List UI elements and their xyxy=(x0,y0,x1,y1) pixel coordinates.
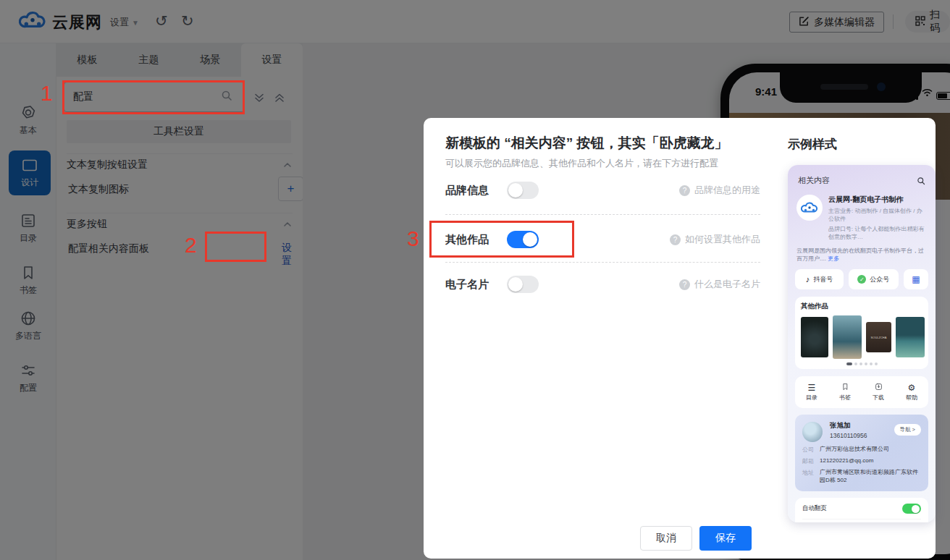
preview-title: 示例样式 xyxy=(788,136,837,153)
nav-label: 下载 xyxy=(862,394,895,402)
annotation-number-3: 3 xyxy=(407,226,419,251)
wechat-official-button[interactable]: ✓ 公众号 xyxy=(849,269,899,289)
brand-info-help-link[interactable]: ? 品牌信息的用途 xyxy=(679,184,760,197)
brand-logo-icon xyxy=(796,195,823,221)
nav-label: 书签 xyxy=(828,394,862,402)
douyin-icon: ♪ xyxy=(806,275,810,284)
nav-label: 帮助 xyxy=(895,394,928,402)
nav-catalog[interactable]: ☰ 目录 xyxy=(795,383,828,402)
preview-toggles-card: 自动翻页 翻页声音 背景音乐 xyxy=(795,498,928,522)
help-label: 什么是电子名片 xyxy=(694,278,760,291)
auto-flip-row: 自动翻页 xyxy=(802,499,921,519)
works-thumbnails: SOULZCHA xyxy=(801,315,922,359)
modal-title: 新模板的 “相关内容” 按钮，其实「卧虎藏龙」 xyxy=(445,134,728,153)
card-email-row: 邮箱 121220221@qq.com xyxy=(802,457,921,465)
help-icon: ? xyxy=(670,234,681,245)
annotation-box-3 xyxy=(429,221,574,258)
annotation-box-2 xyxy=(205,232,266,262)
nav-label: 目录 xyxy=(795,394,828,402)
help-label: 如何设置其他作品 xyxy=(685,233,760,246)
auto-flip-toggle[interactable] xyxy=(902,504,921,514)
help-label: 品牌信息的用途 xyxy=(694,184,760,197)
e-card-help-link[interactable]: ? 什么是电子名片 xyxy=(679,278,760,291)
field-value: 广州市黄埔区联和街道彩频路广东软件园D栋 502 xyxy=(820,469,921,485)
field-label: 公司 xyxy=(802,446,815,454)
qr-button[interactable]: ▦ xyxy=(904,269,928,289)
work-cover[interactable]: SOULZCHA xyxy=(866,322,891,352)
brand-name: 云展网-翻页电子书制作 xyxy=(828,195,927,205)
field-value: 121220221@qq.com xyxy=(820,457,873,465)
flip-sound-row: 翻页声音 xyxy=(802,519,921,522)
card-address-row: 地址 广州市黄埔区联和街道彩频路广东软件园D栋 502 xyxy=(802,469,921,485)
row-label: 电子名片 xyxy=(445,278,507,292)
help-icon: ? xyxy=(679,279,690,290)
business-card: 张旭加 13610110956 导航 > 公司 广州万彩信息技术有限公司 邮箱 … xyxy=(795,415,928,491)
row-label: 品牌信息 xyxy=(445,184,507,198)
brand-block: 云展网-翻页电子书制作 主营业务: 动画制作 / 自媒体创作 / 办公软件 品牌… xyxy=(795,195,928,241)
work-cover[interactable] xyxy=(801,317,828,357)
preview-nav-card: ☰ 目录 书签 下载 ⚙ 帮助 xyxy=(795,376,928,408)
card-company-row: 公司 广州万彩信息技术有限公司 xyxy=(802,446,921,454)
brand-desc: 云展网是国内领先的在线翻页电子书制作平台，过百万用户.... 更多 xyxy=(795,247,928,263)
modal-subtitle: 可以展示您的品牌信息、其他作品和个人名片，请在下方进行配置 xyxy=(445,157,718,170)
annotation-number-1: 1 xyxy=(41,81,53,106)
other-works-card: 其他作品 SOULZCHA xyxy=(795,297,928,369)
app-root: 云展网 设置 ▼ ↺ ↻ 多媒体编辑器 xyxy=(0,0,950,560)
more-link[interactable]: 更多 xyxy=(828,255,839,262)
list-icon: ☰ xyxy=(795,383,828,392)
field-label: 邮箱 xyxy=(802,457,815,465)
preview-header-label: 相关内容 xyxy=(798,175,830,186)
e-card-row: 电子名片 ? 什么是电子名片 xyxy=(445,268,760,300)
wechat-official-icon: ✓ xyxy=(857,275,866,284)
help-icon: ? xyxy=(679,185,690,196)
save-button[interactable]: 保存 xyxy=(699,526,752,551)
navigate-button[interactable]: 导航 > xyxy=(894,424,921,436)
cancel-button[interactable]: 取消 xyxy=(640,526,692,551)
brand-info-toggle[interactable] xyxy=(507,182,539,199)
related-content-modal: 新模板的 “相关内容” 按钮，其实「卧虎藏龙」 可以展示您的品牌信息、其他作品和… xyxy=(424,118,936,559)
gear-icon: ⚙ xyxy=(895,383,928,392)
divider xyxy=(445,214,760,215)
toggle-label: 自动翻页 xyxy=(802,504,827,513)
bookmark-icon xyxy=(828,383,862,392)
work-cover[interactable] xyxy=(833,315,862,359)
preview-header: 相关内容 xyxy=(795,174,928,187)
nav-bookmark[interactable]: 书签 xyxy=(828,383,862,402)
social-buttons: ♪ 抖音号 ✓ 公众号 ▦ xyxy=(795,269,928,289)
nav-help[interactable]: ⚙ 帮助 xyxy=(895,383,928,402)
social-label: 公众号 xyxy=(870,275,889,284)
social-label: 抖音号 xyxy=(813,275,833,284)
nav-download[interactable]: 下载 xyxy=(862,383,895,402)
brand-desc-text: 云展网是国内领先的在线翻页电子书制作平台，过百万用户.... xyxy=(796,247,924,262)
field-label: 地址 xyxy=(802,469,815,485)
brand-info-row: 品牌信息 ? 品牌信息的用途 xyxy=(445,174,760,206)
search-icon[interactable] xyxy=(917,177,925,185)
other-works-title: 其他作品 xyxy=(801,302,922,311)
avatar xyxy=(802,422,823,442)
work-cover[interactable] xyxy=(896,317,925,357)
divider xyxy=(445,262,760,263)
qr-code-icon: ▦ xyxy=(912,274,920,284)
e-card-toggle[interactable] xyxy=(507,276,539,293)
preview-card: 相关内容 云展网-翻页电子书制作 主营业务: 动画制作 / 自媒体创作 / 办公… xyxy=(788,165,936,522)
download-icon xyxy=(862,383,895,392)
brand-line1: 主营业务: 动画制作 / 自媒体创作 / 办公软件 xyxy=(828,207,927,223)
brand-line2: 品牌口号: 让每个人都能制作出精彩有创意的数字… xyxy=(828,225,927,241)
pagination-dots[interactable] xyxy=(801,362,922,365)
annotation-box-1 xyxy=(62,80,245,114)
other-works-help-link[interactable]: ? 如何设置其他作品 xyxy=(670,233,760,246)
douyin-button[interactable]: ♪ 抖音号 xyxy=(795,269,844,289)
annotation-number-2: 2 xyxy=(185,233,197,258)
field-value: 广州万彩信息技术有限公司 xyxy=(820,446,889,454)
